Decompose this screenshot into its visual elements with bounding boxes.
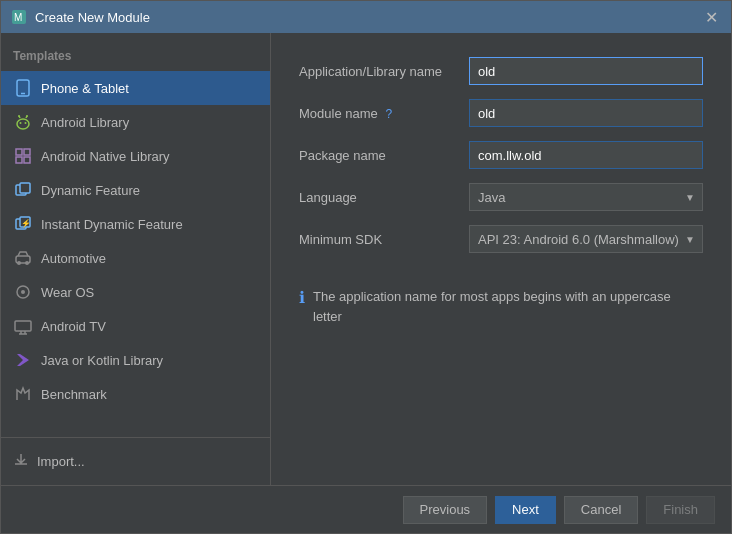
min-sdk-row: Minimum SDK API 16: Android 4.1 (Jelly B…	[299, 225, 703, 253]
sidebar-item-java-kotlin[interactable]: Java or Kotlin Library	[1, 343, 270, 377]
sidebar-item-phone-tablet[interactable]: Phone & Tablet	[1, 71, 270, 105]
sidebar-item-label-java-kotlin: Java or Kotlin Library	[41, 353, 163, 368]
create-module-dialog: M Create New Module ✕ Templates Phone & …	[0, 0, 732, 534]
next-button[interactable]: Next	[495, 496, 556, 524]
language-row: Language Java Kotlin ▼	[299, 183, 703, 211]
svg-rect-14	[24, 157, 30, 163]
module-name-input[interactable]	[469, 99, 703, 127]
title-bar: M Create New Module ✕	[1, 1, 731, 33]
svg-point-6	[25, 122, 27, 124]
sidebar-item-instant-dynamic[interactable]: ⚡ Instant Dynamic Feature	[1, 207, 270, 241]
sidebar-item-android-native[interactable]: Android Native Library	[1, 139, 270, 173]
previous-button[interactable]: Previous	[403, 496, 488, 524]
app-name-input[interactable]	[469, 57, 703, 85]
min-sdk-select-wrapper: API 16: Android 4.1 (Jelly Bean) API 21:…	[469, 225, 703, 253]
cancel-button[interactable]: Cancel	[564, 496, 638, 524]
dynamic-feature-icon	[13, 180, 33, 200]
app-name-label: Application/Library name	[299, 64, 469, 79]
dialog-body: Templates Phone & Tablet	[1, 33, 731, 485]
wear-os-icon	[13, 282, 33, 302]
sidebar-header: Templates	[1, 41, 270, 71]
sidebar-item-dynamic-feature[interactable]: Dynamic Feature	[1, 173, 270, 207]
dialog-footer: Previous Next Cancel Finish	[1, 485, 731, 533]
svg-point-22	[25, 261, 29, 265]
min-sdk-select[interactable]: API 16: Android 4.1 (Jelly Bean) API 21:…	[469, 225, 703, 253]
package-name-input[interactable]	[469, 141, 703, 169]
info-box: ℹ The application name for most apps beg…	[299, 275, 703, 338]
sidebar-item-automotive[interactable]: Automotive	[1, 241, 270, 275]
instant-dynamic-icon: ⚡	[13, 214, 33, 234]
language-select[interactable]: Java Kotlin	[469, 183, 703, 211]
dialog-title: Create New Module	[35, 10, 150, 25]
sidebar-item-label-android-native: Android Native Library	[41, 149, 170, 164]
sidebar: Templates Phone & Tablet	[1, 33, 271, 485]
sidebar-item-label-instant-dynamic: Instant Dynamic Feature	[41, 217, 183, 232]
svg-point-4	[17, 119, 29, 129]
sidebar-item-wear-os[interactable]: Wear OS	[1, 275, 270, 309]
android-library-icon	[13, 112, 33, 132]
svg-text:⚡: ⚡	[21, 218, 31, 228]
import-icon	[13, 452, 29, 471]
package-name-row: Package name	[299, 141, 703, 169]
info-icon: ℹ	[299, 288, 305, 307]
svg-marker-29	[17, 354, 29, 366]
sidebar-item-label-wear-os: Wear OS	[41, 285, 94, 300]
title-bar-left: M Create New Module	[11, 9, 150, 25]
app-name-row: Application/Library name	[299, 57, 703, 85]
svg-point-5	[20, 122, 22, 124]
module-name-row: Module name ?	[299, 99, 703, 127]
import-button[interactable]: Import...	[13, 446, 258, 477]
svg-rect-11	[16, 149, 22, 155]
language-select-wrapper: Java Kotlin ▼	[469, 183, 703, 211]
sidebar-item-label-android-library: Android Library	[41, 115, 129, 130]
sidebar-item-label-automotive: Automotive	[41, 251, 106, 266]
android-tv-icon	[13, 316, 33, 336]
svg-point-24	[21, 290, 25, 294]
java-kotlin-icon	[13, 350, 33, 370]
automotive-icon	[13, 248, 33, 268]
import-label: Import...	[37, 454, 85, 469]
sidebar-item-benchmark[interactable]: Benchmark	[1, 377, 270, 411]
svg-point-9	[18, 115, 20, 117]
sidebar-item-label-android-tv: Android TV	[41, 319, 106, 334]
phone-tablet-icon	[13, 78, 33, 98]
sidebar-footer: Import...	[1, 437, 270, 485]
android-native-icon	[13, 146, 33, 166]
finish-button[interactable]: Finish	[646, 496, 715, 524]
benchmark-icon	[13, 384, 33, 404]
language-label: Language	[299, 190, 469, 205]
dialog-icon: M	[11, 9, 27, 25]
svg-text:M: M	[14, 12, 22, 23]
module-name-help-icon[interactable]: ?	[385, 107, 392, 121]
svg-rect-25	[15, 321, 31, 331]
sidebar-item-label-benchmark: Benchmark	[41, 387, 107, 402]
module-name-label: Module name ?	[299, 106, 469, 121]
sidebar-item-label-phone-tablet: Phone & Tablet	[41, 81, 129, 96]
sidebar-item-android-library[interactable]: Android Library	[1, 105, 270, 139]
svg-point-21	[17, 261, 21, 265]
sidebar-item-label-dynamic-feature: Dynamic Feature	[41, 183, 140, 198]
svg-rect-16	[20, 183, 30, 193]
close-button[interactable]: ✕	[701, 7, 721, 27]
svg-rect-13	[16, 157, 22, 163]
package-name-label: Package name	[299, 148, 469, 163]
svg-point-10	[26, 115, 28, 117]
form-content: Application/Library name Module name ? P…	[271, 33, 731, 485]
min-sdk-label: Minimum SDK	[299, 232, 469, 247]
svg-rect-12	[24, 149, 30, 155]
sidebar-item-android-tv[interactable]: Android TV	[1, 309, 270, 343]
info-text: The application name for most apps begin…	[313, 287, 703, 326]
